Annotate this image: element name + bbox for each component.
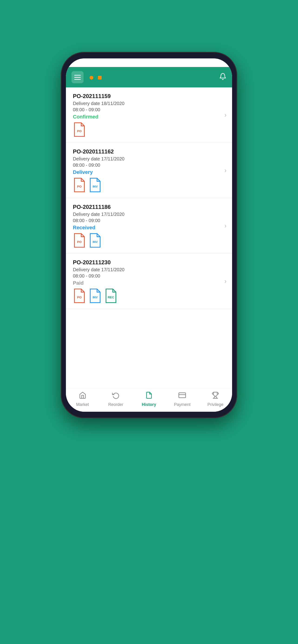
order-number: PO-202111230 [73, 259, 225, 266]
doc-icon-po[interactable]: PO [73, 233, 86, 248]
svg-text:PO: PO [77, 296, 82, 299]
nav-item-payment[interactable]: Payment [171, 392, 194, 407]
store-info [87, 75, 104, 80]
doc-icon-po[interactable]: PO [73, 178, 86, 192]
phone-device: PO-202111159 Delivery date 18/11/2020 08… [61, 52, 237, 418]
svg-text:INV: INV [93, 296, 98, 299]
nav-item-market[interactable]: Market [71, 392, 94, 407]
nav-item-privilege[interactable]: Privilege [204, 392, 227, 407]
svg-text:PO: PO [77, 185, 82, 188]
svg-text:INV: INV [93, 185, 98, 188]
phone-screen: PO-202111159 Delivery date 18/11/2020 08… [66, 58, 232, 412]
nav-icon-market [79, 392, 86, 401]
store-bar-left [72, 71, 104, 83]
store-meta [87, 76, 104, 80]
svg-rect-8 [179, 393, 185, 398]
order-status: Paid [73, 280, 225, 286]
doc-icon-rec[interactable]: REC [104, 288, 117, 303]
order-item[interactable]: PO-2020111162 Delivery date 17/11/2020 0… [66, 143, 232, 198]
doc-icon-inv[interactable]: INV [89, 288, 102, 303]
doc-icons: PO [73, 122, 225, 137]
menu-line-2 [74, 77, 81, 78]
bronze-dot [90, 76, 93, 80]
hero-section [0, 0, 298, 43]
doc-icon-po[interactable]: PO [73, 122, 86, 137]
doc-icon-po[interactable]: PO [73, 288, 86, 303]
svg-text:PO: PO [77, 240, 82, 244]
order-number: PO-2020111162 [73, 148, 225, 155]
order-time: 08:00 - 09:00 [73, 273, 225, 279]
chevron-right-icon: › [224, 278, 226, 285]
order-item[interactable]: PO-202111230 Delivery date 17/11/2020 08… [66, 254, 232, 309]
order-item[interactable]: PO-202111159 Delivery date 18/11/2020 08… [66, 88, 232, 143]
order-status: Confirmed [73, 114, 225, 120]
nav-label-history: History [142, 402, 156, 407]
nav-label-payment: Payment [174, 402, 191, 407]
nav-icon-privilege [212, 392, 219, 401]
credit-dot [98, 76, 102, 80]
order-date: Delivery date 17/11/2020 [73, 212, 225, 217]
bell-icon[interactable] [219, 73, 226, 82]
doc-icons: PO INV REC [73, 288, 225, 303]
doc-icons: PO INV [73, 178, 225, 192]
app-header [66, 58, 232, 67]
order-time: 08:00 - 09:00 [73, 107, 225, 112]
menu-button[interactable] [72, 71, 84, 83]
order-time: 08:00 - 09:00 [73, 218, 225, 223]
chevron-right-icon: › [224, 167, 226, 174]
order-status: Received [73, 225, 225, 231]
order-date: Delivery date 17/11/2020 [73, 156, 225, 162]
chevron-right-icon: › [224, 111, 226, 119]
order-item[interactable]: PO-202111186 Delivery date 17/11/2020 08… [66, 198, 232, 254]
nav-icon-payment [178, 392, 186, 401]
nav-icon-history [145, 392, 153, 401]
nav-label-market: Market [76, 402, 89, 407]
order-status: Delivery [73, 169, 225, 175]
nav-label-reorder: Reorder [108, 402, 123, 407]
bottom-nav: MarketReorderHistoryPaymentPrivilege [66, 388, 232, 412]
order-number: PO-202111159 [73, 93, 225, 100]
doc-icon-inv[interactable]: INV [89, 233, 102, 248]
svg-text:INV: INV [93, 240, 98, 244]
doc-icon-inv[interactable]: INV [89, 178, 102, 192]
nav-icon-reorder [112, 392, 120, 401]
doc-icons: PO INV [73, 233, 225, 248]
menu-line-1 [74, 75, 81, 76]
order-date: Delivery date 18/11/2020 [73, 101, 225, 106]
order-date: Delivery date 17/11/2020 [73, 267, 225, 272]
orders-list: PO-202111159 Delivery date 18/11/2020 08… [66, 88, 232, 388]
svg-text:REC: REC [108, 296, 114, 299]
nav-label-privilege: Privilege [207, 402, 223, 407]
menu-line-3 [74, 79, 81, 80]
nav-item-history[interactable]: History [137, 392, 161, 407]
svg-text:PO: PO [77, 129, 82, 133]
store-bar [66, 67, 232, 88]
nav-item-reorder[interactable]: Reorder [104, 392, 127, 407]
order-time: 08:00 - 09:00 [73, 162, 225, 168]
order-number: PO-202111186 [73, 204, 225, 210]
chevron-right-icon: › [224, 222, 226, 230]
